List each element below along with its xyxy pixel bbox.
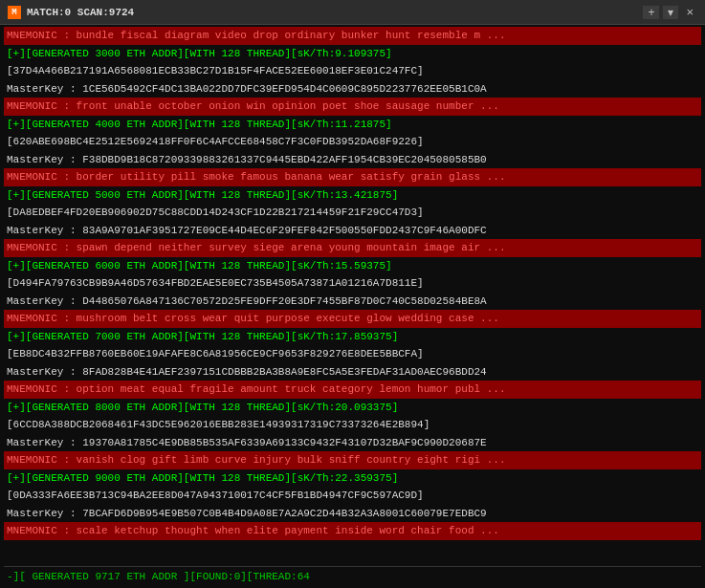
generated-line: [+][GENERATED 6000 ETH ADDR][WITH 128 TH…	[4, 257, 701, 275]
mnemonic-line: MNEMONIC : spawn depend neither survey s…	[4, 239, 701, 257]
title-bar-controls: + ▾ ×	[643, 5, 697, 19]
mnemonic-line: MNEMONIC : front unable october onion wi…	[4, 98, 701, 116]
generated-line: [+][GENERATED 7000 ETH ADDR][WITH 128 TH…	[4, 328, 701, 346]
addr-line: [6CCD8A388DCB2068461F43DC5E962016EBB283E…	[4, 416, 701, 434]
title-bar-left: M MATCH:0 SCAN:9724	[8, 6, 134, 19]
addr-line: [D494FA79763CB9B9A46D57634FBD2EAE5E0EC73…	[4, 274, 701, 293]
masterkey-line: MasterKey : 8FAD828B4E41AEF2397151CDBBB2…	[4, 363, 701, 381]
entry-block: MNEMONIC : scale ketchup thought when el…	[4, 522, 701, 540]
mnemonic-line: MNEMONIC : bundle fiscal diagram video d…	[4, 27, 701, 45]
masterkey-line: MasterKey : 19370A81785C4E9DB85B535AF633…	[4, 434, 701, 452]
mnemonic-line: MNEMONIC : option meat equal fragile amo…	[4, 381, 701, 399]
mnemonic-line: MNEMONIC : vanish clog gift limb curve i…	[4, 451, 701, 469]
mnemonic-line: MNEMONIC : border utility pill smoke fam…	[4, 168, 701, 186]
status-line: -][ GENERATED 9717 ETH ADDR ][FOUND:0][T…	[4, 566, 701, 587]
masterkey-line: MasterKey : 1CE56D5492CF4DC13BA022DD7DFC…	[4, 80, 701, 98]
mnemonic-line: MNEMONIC : mushroom belt cross wear quit…	[4, 310, 701, 328]
entry-block: MNEMONIC : mushroom belt cross wear quit…	[4, 310, 701, 381]
masterkey-line: MasterKey : 83A9A9701AF3951727E09CE44D4E…	[4, 222, 701, 240]
generated-line: [+][GENERATED 4000 ETH ADDR][WITH 128 TH…	[4, 116, 701, 134]
entry-block: MNEMONIC : front unable october onion wi…	[4, 98, 701, 168]
entry-block: MNEMONIC : bundle fiscal diagram video d…	[4, 27, 701, 98]
entry-block: MNEMONIC : option meat equal fragile amo…	[4, 381, 701, 451]
add-tab-button[interactable]: +	[643, 6, 659, 19]
addr-line: [37D4A466B217191A6568081ECB33BC27D1B15F4…	[4, 62, 701, 80]
generated-line: [+][GENERATED 8000 ETH ADDR][WITH 128 TH…	[4, 399, 701, 417]
main-content: MNEMONIC : bundle fiscal diagram video d…	[0, 25, 705, 588]
masterkey-line: MasterKey : F38DBD9B18C87209339883261337…	[4, 151, 701, 169]
tab-arrow-button[interactable]: ▾	[663, 6, 678, 19]
addr-line: [DA8EDBEF4FD20EB906902D75C88CDD14D243CF1…	[4, 204, 701, 222]
close-button[interactable]: ×	[682, 5, 697, 19]
addr-line: [0DA333FA6EE3B713C94BA2EE8D047A943710017…	[4, 487, 701, 505]
generated-line: [+][GENERATED 3000 ETH ADDR][WITH 128 TH…	[4, 45, 701, 63]
masterkey-line: MasterKey : 7BCAFD6D9B954E9B507C0B4B4D9A…	[4, 505, 701, 523]
addr-line: [620ABE698BC4E2512E5692418FF0F6C4AFCCE68…	[4, 133, 701, 151]
entry-block: MNEMONIC : spawn depend neither survey s…	[4, 239, 701, 310]
addr-line: [EB8DC4B32FFB8760EB60E19AFAFE8C6A81956CE…	[4, 345, 701, 363]
title-text: MATCH:0 SCAN:9724	[27, 7, 134, 18]
title-bar: M MATCH:0 SCAN:9724 + ▾ ×	[0, 0, 705, 25]
masterkey-line: MasterKey : D44865076A847136C70572D25FE9…	[4, 293, 701, 311]
generated-line: [+][GENERATED 9000 ETH ADDR][WITH 128 TH…	[4, 469, 701, 488]
entry-block: MNEMONIC : vanish clog gift limb curve i…	[4, 451, 701, 522]
app-icon: M	[8, 6, 21, 19]
generated-line: [+][GENERATED 5000 ETH ADDR][WITH 128 TH…	[4, 186, 701, 205]
mnemonic-line: MNEMONIC : scale ketchup thought when el…	[4, 522, 701, 540]
entry-block: MNEMONIC : border utility pill smoke fam…	[4, 168, 701, 239]
